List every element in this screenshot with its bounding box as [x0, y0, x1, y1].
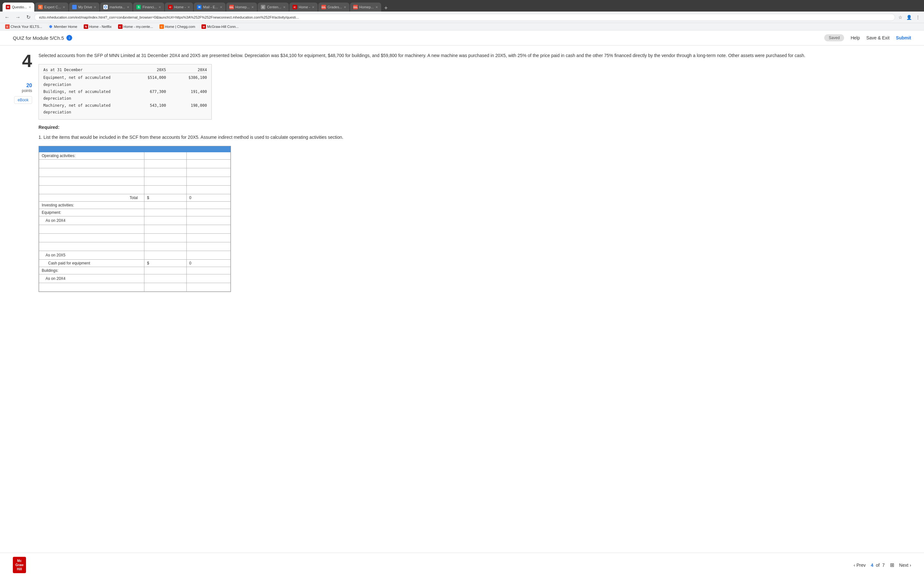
tab-close-7[interactable]: ✕ — [220, 5, 222, 9]
bookmark-star-button[interactable]: ☆ — [897, 13, 904, 21]
op-desc-input-3[interactable] — [42, 178, 142, 184]
op-amount-input-2[interactable] — [147, 169, 184, 175]
op-input-desc-4[interactable] — [39, 185, 144, 194]
op-desc-input-2[interactable] — [42, 169, 142, 175]
equipment-input-row-3 — [39, 242, 231, 251]
tab-close-5[interactable]: ✕ — [158, 5, 161, 9]
info-icon[interactable]: i — [66, 35, 72, 41]
operating-activities-cell3 — [186, 152, 230, 160]
equipment-input-amount-1[interactable] — [144, 225, 186, 234]
tab-7[interactable]: ✉ Mail - E... ✕ — [194, 3, 225, 11]
submit-button[interactable]: Submit — [896, 35, 911, 40]
equipment-20x5-label: As on 20X5 — [39, 251, 144, 259]
new-tab-button[interactable]: + — [382, 5, 391, 11]
equipment-20x5-input-field[interactable] — [147, 252, 184, 258]
op-desc-input-4[interactable] — [42, 187, 142, 193]
bookmark-chegg-icon: C — [160, 24, 164, 29]
equipment-amount-input-3[interactable] — [147, 243, 184, 250]
tab-close-2[interactable]: ✕ — [63, 5, 65, 9]
op-input-desc-2[interactable] — [39, 168, 144, 177]
buildings-input-amount-1[interactable] — [144, 283, 186, 292]
address-bar[interactable]: ezto.mheducation.com/ext/map/index.html?… — [34, 14, 895, 21]
equipment-input-desc-1[interactable] — [39, 225, 144, 234]
data-table-row-3: Machinery, net of accumulated depreciati… — [43, 102, 207, 116]
equipment-desc-input-1[interactable] — [42, 226, 142, 232]
buildings-desc-input-1[interactable] — [42, 284, 142, 290]
equipment-input-amount-3[interactable] — [144, 242, 186, 251]
tab-9[interactable]: C Centen... ✕ — [258, 3, 289, 11]
op-desc-input-1[interactable] — [42, 161, 142, 167]
equipment-desc-input-2[interactable] — [42, 235, 142, 241]
tab-close-10[interactable]: ✕ — [312, 5, 314, 9]
op-input-amount-4[interactable] — [144, 185, 186, 194]
tab-close-9[interactable]: ✕ — [283, 5, 286, 9]
tab-2[interactable]: C Expert C... ✕ — [35, 3, 68, 11]
equipment-label: Equipment: — [39, 209, 144, 216]
equipment-input-desc-2[interactable] — [39, 234, 144, 242]
prev-button[interactable]: ‹ Prev — [854, 562, 866, 568]
buildings-20x4-input[interactable] — [144, 274, 186, 283]
op-input-desc-1[interactable] — [39, 160, 144, 168]
save-exit-button[interactable]: Save & Exit — [866, 35, 889, 40]
bookmark-netflix[interactable]: N Home - Netflix — [81, 24, 114, 29]
bookmark-netflix-icon: N — [84, 24, 88, 29]
tab-close-4[interactable]: ✕ — [127, 5, 129, 9]
equipment-amount-input-2[interactable] — [147, 235, 184, 241]
bookmark-chegg[interactable]: C Home | Chegg.com — [157, 24, 198, 29]
investing-cell3 — [186, 201, 230, 209]
tab-close-6[interactable]: ✕ — [187, 5, 190, 9]
tab-close-1[interactable]: ✕ — [29, 5, 31, 9]
op-amount-input-3[interactable] — [147, 178, 184, 184]
tab-close-12[interactable]: ✕ — [375, 5, 378, 9]
equipment-20x5-input[interactable] — [144, 251, 186, 259]
equipment-desc-input-3[interactable] — [42, 243, 142, 250]
reload-button[interactable]: ↻ — [24, 13, 32, 21]
op-input-amount-3[interactable] — [144, 177, 186, 185]
tab-6[interactable]: IC Home - ✕ — [165, 3, 193, 11]
op-amount-input-1[interactable] — [147, 161, 184, 167]
bookmark-member-home[interactable]: Member Home — [46, 24, 80, 29]
buildings-input-desc-1[interactable] — [39, 283, 144, 292]
op-amount-input-4[interactable] — [147, 187, 184, 193]
bookmark-mcgrawhill[interactable]: M McGraw-Hill Conn... — [199, 24, 241, 29]
op-input-desc-3[interactable] — [39, 177, 144, 185]
tab-10[interactable]: IC Home - ✕ — [289, 3, 318, 11]
ebook-button[interactable]: eBook — [14, 96, 32, 104]
equipment-input-desc-3[interactable] — [39, 242, 144, 251]
tab-11[interactable]: D2L Grades... ✕ — [318, 3, 349, 11]
grid-icon[interactable]: ⊞ — [890, 562, 894, 568]
equipment-20x4-label: As on 20X4 — [39, 216, 144, 225]
data-table-row1-col2: $386,100 — [166, 74, 207, 88]
equipment-input-amount-2[interactable] — [144, 234, 186, 242]
equipment-20x5-row: As on 20X5 — [39, 251, 231, 259]
tab-5[interactable]: S Financi... ✕ — [133, 3, 164, 11]
operating-activities-label: Operating activities: — [39, 152, 144, 160]
help-button[interactable]: Help — [851, 35, 860, 40]
prev-label: Prev — [856, 562, 866, 568]
tab-12[interactable]: D2L Homep... ✕ — [350, 3, 381, 11]
next-button[interactable]: Next › — [899, 562, 911, 568]
buildings-amount-input-1[interactable] — [147, 284, 184, 290]
tab-label-7: Mail - E... — [203, 5, 218, 9]
menu-button[interactable]: ⋮ — [914, 13, 921, 21]
tab-close-11[interactable]: ✕ — [344, 5, 346, 9]
tab-8[interactable]: D2L Homep... ✕ — [226, 3, 257, 11]
bookmark-ielts[interactable]: E Check Your IELTS... — [3, 24, 45, 29]
op-input-amount-2[interactable] — [144, 168, 186, 177]
quiz-title: QUIZ for Module 5/Ch.5 — [13, 35, 64, 41]
buildings-20x4-input-field[interactable] — [147, 276, 184, 282]
back-button[interactable]: ← — [3, 13, 11, 21]
profile-button[interactable]: 👤 — [905, 13, 913, 21]
bookmark-mycenter[interactable]: IC Home - my.cente... — [115, 24, 156, 29]
tab-close-8[interactable]: ✕ — [251, 5, 254, 9]
forward-button[interactable]: → — [13, 13, 23, 21]
equipment-20x4-input-field[interactable] — [147, 218, 184, 223]
tab-close-3[interactable]: ✕ — [94, 5, 96, 9]
tab-4[interactable]: marketa... ✕ — [100, 3, 132, 11]
equipment-amount-input-1[interactable] — [147, 226, 184, 232]
op-input-amount-1[interactable] — [144, 160, 186, 168]
equipment-20x4-input[interactable] — [144, 216, 186, 225]
tab-3[interactable]: ▲ My Drive ✕ — [69, 3, 99, 11]
tab-active[interactable]: M Questio... ✕ — [3, 3, 34, 11]
op-input-row-1 — [39, 160, 231, 168]
